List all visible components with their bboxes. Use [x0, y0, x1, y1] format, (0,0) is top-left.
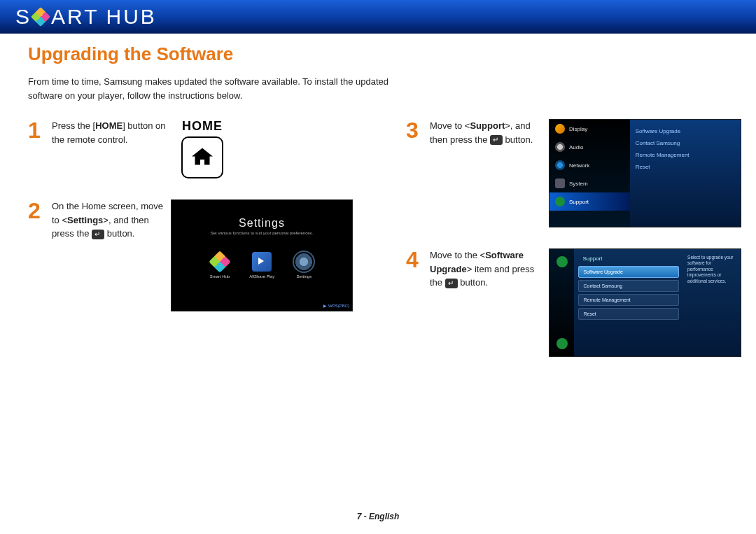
step-text: Move to the <Software Upgrade> item and …: [430, 248, 549, 357]
panel-header: Support: [578, 253, 679, 264]
system-icon: [555, 178, 565, 188]
brand-cube-icon: [31, 7, 50, 27]
house-icon: [190, 145, 215, 170]
brand-text-a: S: [15, 5, 31, 29]
brand-banner: S ART HUB: [0, 0, 756, 34]
step-1: 1 Press the [HOME] button on the remote …: [28, 119, 357, 178]
brand-text-b: ART: [51, 5, 99, 29]
menu-item: Software Upgrade: [636, 125, 735, 137]
step-text: Press the [HOME] button on the remote co…: [52, 119, 171, 178]
home-button-icon: [181, 136, 223, 178]
enter-key-icon: [445, 279, 458, 288]
home-label: HOME: [171, 119, 234, 134]
smarthub-icon: [209, 251, 231, 273]
menu-item: Reset: [636, 161, 735, 173]
page-title: Upgrading the Software: [28, 43, 728, 65]
step-4: 4 Move to the <Software Upgrade> item an…: [406, 248, 741, 357]
menu-item: Contact Samsung: [578, 280, 679, 292]
audio-icon: [555, 142, 565, 152]
brand-text-c: HUB: [106, 5, 156, 29]
help-icon: [556, 338, 568, 349]
step-number: 2: [28, 199, 52, 311]
support-icon: [555, 197, 565, 206]
step-text: Move to <Support>, and then press the bu…: [430, 119, 549, 227]
network-icon: [555, 160, 565, 170]
settings-subtitle: Set various functions to suit your perso…: [172, 231, 352, 235]
support-menu-screenshot: Display Audio Network System Support Sof…: [549, 119, 741, 227]
step-number: 1: [28, 119, 52, 178]
intro-text: From time to time, Samsung makes updated…: [28, 75, 392, 102]
menu-item: Remote Management: [636, 149, 735, 161]
support-icon: [556, 256, 568, 267]
settings-screenshot: Settings Set various functions to suit y…: [171, 199, 353, 311]
step-number: 4: [406, 248, 430, 357]
step-3: 3 Move to <Support>, and then press the …: [406, 119, 741, 227]
display-icon: [555, 124, 565, 134]
step-number: 3: [406, 119, 430, 227]
allshare-icon: [252, 252, 272, 272]
step-2: 2 On the Home screen, move to <Settings>…: [28, 199, 357, 311]
step-text: On the Home screen, move to <Settings>, …: [52, 199, 171, 311]
settings-title: Settings: [172, 217, 352, 230]
settings-gear-icon: [294, 252, 314, 272]
enter-key-icon: [490, 135, 503, 145]
description-panel: Select to upgrade your software for perf…: [683, 249, 741, 356]
software-upgrade-screenshot: Support Software Upgrade Contact Samsung…: [549, 248, 741, 357]
menu-item: Contact Samsung: [636, 137, 735, 149]
menu-item: Remote Management: [578, 294, 679, 306]
menu-item-software-upgrade: Software Upgrade: [578, 266, 679, 278]
wps-label: ▶ WPS(PBC): [323, 303, 349, 308]
menu-item: Reset: [578, 308, 679, 320]
enter-key-icon: [92, 230, 104, 239]
page-footer: 7 - English: [0, 512, 756, 521]
